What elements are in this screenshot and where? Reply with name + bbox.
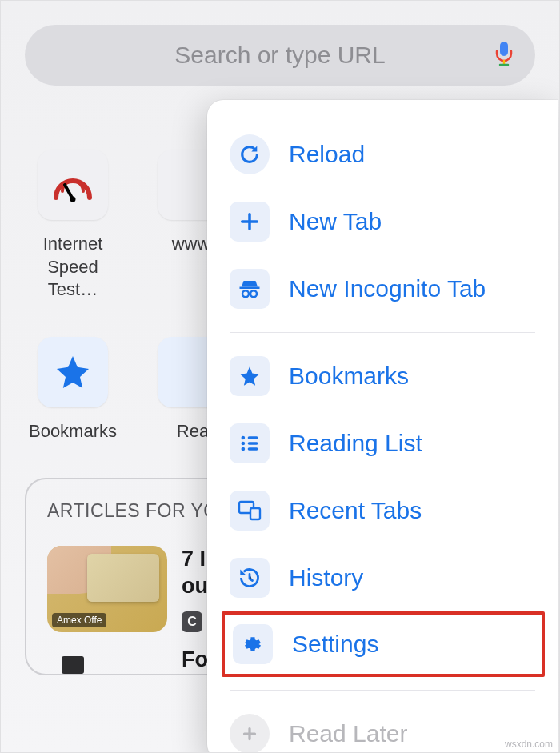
menu-divider — [230, 332, 535, 333]
svg-point-4 — [70, 197, 76, 202]
article-thumbnail: Amex Offe — [47, 546, 167, 632]
shortcut-label: Rea — [177, 420, 209, 443]
svg-point-7 — [250, 290, 257, 297]
menu-label: Reload — [289, 141, 365, 168]
plus-circle-icon — [230, 714, 270, 753]
svg-point-10 — [242, 442, 246, 446]
star-icon — [38, 337, 108, 407]
menu-label: Recent Tabs — [289, 497, 422, 524]
svg-rect-9 — [248, 436, 258, 439]
svg-point-12 — [242, 447, 246, 451]
watermark: wsxdn.com — [505, 739, 553, 750]
svg-rect-13 — [248, 447, 258, 451]
svg-rect-15 — [250, 508, 260, 519]
settings-highlight: Settings — [222, 611, 545, 677]
history-icon — [230, 558, 270, 598]
menu-item-history[interactable]: History — [207, 544, 558, 611]
shortcut-bookmarks[interactable]: Bookmarks — [25, 337, 121, 443]
gear-icon — [233, 624, 273, 664]
menu-item-settings[interactable]: Settings — [225, 615, 542, 674]
shortcut-speedtest[interactable]: Internet Speed Test… — [25, 150, 121, 302]
overflow-menu: Reload New Tab New Incognito Tab Bookmar… — [207, 100, 558, 753]
menu-item-reload[interactable]: Reload — [207, 121, 558, 188]
menu-label: Read Later — [289, 720, 407, 747]
gauge-icon — [38, 150, 108, 220]
svg-point-8 — [242, 436, 246, 440]
menu-label: Bookmarks — [289, 362, 409, 390]
shortcut-label: Internet Speed Test… — [25, 233, 121, 302]
reload-icon — [230, 134, 270, 174]
shortcut-label: Bookmarks — [29, 420, 117, 443]
menu-label: Reading List — [289, 430, 422, 457]
menu-divider — [230, 690, 535, 691]
menu-item-incognito[interactable]: New Incognito Tab — [207, 255, 558, 322]
menu-item-new-tab[interactable]: New Tab — [207, 188, 558, 255]
menu-item-recent-tabs[interactable]: Recent Tabs — [207, 477, 558, 544]
menu-item-bookmarks[interactable]: Bookmarks — [207, 342, 558, 410]
search-placeholder: Search or type URL — [174, 42, 385, 69]
source-chip: C — [182, 611, 202, 632]
menu-item-reading-list[interactable]: Reading List — [207, 410, 558, 477]
microphone-icon[interactable] — [494, 40, 514, 70]
star-icon — [230, 356, 270, 396]
reading-list-icon — [230, 423, 270, 463]
svg-rect-0 — [500, 42, 508, 56]
svg-rect-11 — [248, 442, 258, 445]
plus-icon — [230, 202, 270, 242]
menu-label: Settings — [292, 631, 378, 658]
menu-label: New Incognito Tab — [289, 275, 486, 302]
menu-label: New Tab — [289, 208, 382, 235]
svg-rect-5 — [240, 287, 260, 290]
incognito-icon — [230, 269, 270, 309]
menu-label: History — [289, 564, 363, 591]
thumbnail-badge: Amex Offe — [52, 613, 106, 627]
search-bar[interactable]: Search or type URL — [25, 25, 535, 86]
svg-point-6 — [242, 290, 249, 297]
recent-tabs-icon — [230, 491, 270, 531]
